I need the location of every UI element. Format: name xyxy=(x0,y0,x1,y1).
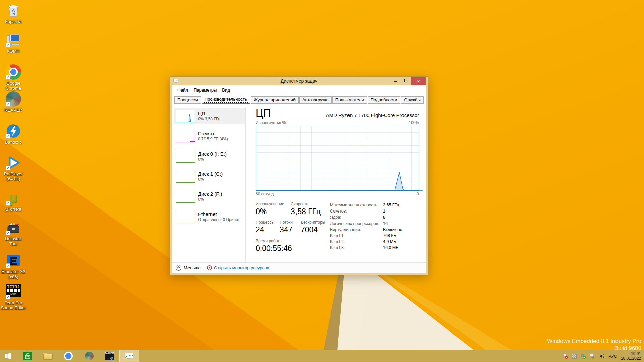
menu-file[interactable]: Файл xyxy=(175,86,191,94)
handles-value: 7004 xyxy=(301,225,330,234)
sidebar-item-title: Диск 1 (C:) xyxy=(198,171,223,177)
gear-icon xyxy=(110,357,113,360)
detail-label: Кэш L2: xyxy=(330,239,383,245)
sidebar-item-cpu[interactable]: ЦП 0% 3,58 ГГц xyxy=(174,108,245,124)
detail-label: Максимальная скорость: xyxy=(330,202,383,208)
tab-app-history[interactable]: Журнал приложений xyxy=(251,96,299,104)
less-label: еньше xyxy=(187,265,201,270)
detail-label: Ядра: xyxy=(330,214,383,220)
computer-icon xyxy=(6,32,21,48)
detail-value: Включено xyxy=(383,227,419,233)
desktop-icon-potplayer[interactable]: PotPlayer (64-bit) xyxy=(1,155,26,181)
desktop-icon-emulator-x3[interactable]: Emulator X3 (x86) xyxy=(1,253,26,279)
recycle-bin-icon xyxy=(6,3,21,18)
desktop-icon-label: Uninstall Tool xyxy=(1,236,26,246)
ethernet-thumbnail xyxy=(176,210,195,223)
sidebar-item-title: Память xyxy=(198,131,228,137)
potplayer-icon xyxy=(6,155,21,170)
chrome-icon xyxy=(64,352,73,360)
taskbar-item-windows-store[interactable] xyxy=(19,350,36,362)
tab-processes[interactable]: Процессы xyxy=(174,96,201,104)
start-button[interactable] xyxy=(0,350,16,362)
taskbar-clock[interactable]: 19:01 28.01.2022 xyxy=(621,351,641,361)
usb-safe-remove-icon[interactable] xyxy=(580,353,586,359)
shortcut-arrow-icon xyxy=(6,201,10,206)
desktop-icon-label: Emulator X3 (x86) xyxy=(1,269,26,279)
chevron-up-icon xyxy=(176,265,181,271)
sidebar-item-disk2[interactable]: Диск 2 (F:) 0% xyxy=(174,188,245,205)
menu-options[interactable]: Параметры xyxy=(191,86,219,94)
detail-label: Логических процессоров: xyxy=(330,221,383,227)
taskbar-item-tascam[interactable]: TASCAM xyxy=(101,350,118,362)
sidebar-item-memory[interactable]: Память 0,7/15,9 ГБ (4%) xyxy=(174,128,245,144)
uptime-label: Время работы xyxy=(256,239,330,243)
desktop-icon-uninstall-tool[interactable]: Uninstall Tool xyxy=(1,220,26,246)
language-indicator[interactable]: РУС xyxy=(608,354,617,359)
os-watermark: Windows Embedded 8.1 Industry Pro Build … xyxy=(547,338,641,352)
desktop-icon-recycle-bin[interactable]: Корзина xyxy=(1,3,26,24)
desktop-icon-label: Корзина xyxy=(1,19,26,24)
window-titlebar[interactable]: Диспетчер задач xyxy=(172,77,426,85)
detail-value: 16 xyxy=(383,221,419,227)
windows-store-icon xyxy=(23,352,32,360)
sidebar-item-disk0[interactable]: Диск 0 (I: E:) 0% xyxy=(174,148,245,165)
tab-services[interactable]: Службы xyxy=(401,96,424,104)
file-explorer-icon xyxy=(43,353,52,359)
detail-value: 4,0 МБ xyxy=(383,239,419,245)
taskbar-item-chrome[interactable] xyxy=(60,350,77,362)
taskbar-item-task-manager-active[interactable] xyxy=(119,350,139,362)
menu-view[interactable]: Вид xyxy=(219,86,233,94)
detail-value: 16,0 МБ xyxy=(383,245,419,251)
desktop-icon-google-chrome[interactable]: Google Chrome xyxy=(1,64,26,91)
desktop-icon-utorrent[interactable]: µ µTorrent xyxy=(1,190,26,212)
detail-value: 1 xyxy=(383,208,419,214)
sidebar-item-sub: 0% 3,58 ГГц xyxy=(198,117,220,122)
reaper-icon xyxy=(85,352,94,360)
disk0-thumbnail xyxy=(176,150,195,163)
disk1-thumbnail xyxy=(176,170,195,183)
memory-thumbnail xyxy=(176,130,195,142)
detail-label: Кэш L1: xyxy=(330,233,383,239)
maximize-button[interactable] xyxy=(401,77,411,84)
cpu-stats-right: Максимальная скорость:3,65 ГГц Сокетов:1… xyxy=(330,202,419,253)
speed-value: 3,58 ГГц xyxy=(291,207,330,216)
desktop-icon-my-computer[interactable]: КОМП xyxy=(1,32,26,54)
sidebar-item-title: Ethernet xyxy=(198,211,240,217)
detail-label: Виртуализация: xyxy=(330,227,383,233)
graph-ymax: 100% xyxy=(409,120,419,125)
fewer-details-button[interactable]: Меньше xyxy=(176,265,201,271)
sidebar-item-ethernet[interactable]: Ethernet Отправлено: 0 Принят xyxy=(174,208,245,225)
tab-users[interactable]: Пользователи xyxy=(332,96,367,104)
desktop-icon-label: Tetra Pro Sound Editor xyxy=(1,300,26,310)
tab-strip: Процессы Производительность Журнал прило… xyxy=(172,95,426,104)
desktop-icon-label: REAPER xyxy=(1,108,26,113)
tetra-pro-icon: TETR4 Smith xyxy=(6,284,21,299)
minimize-button[interactable] xyxy=(391,77,401,84)
sidebar-item-sub: 0,7/15,9 ГБ (4%) xyxy=(198,137,228,142)
desktop-icon-label: КОМП xyxy=(1,49,26,54)
detail-value: 8 xyxy=(383,214,419,220)
volume-icon[interactable] xyxy=(599,353,605,359)
tab-startup[interactable]: Автозагрузка xyxy=(299,96,332,104)
shortcut-arrow-icon xyxy=(6,75,10,80)
tray-grid-tile-icon[interactable] xyxy=(572,354,577,359)
desktop-icon-bandizip[interactable]: Bandizip xyxy=(1,123,26,145)
close-button[interactable] xyxy=(411,77,426,85)
taskbar-item-file-explorer[interactable] xyxy=(39,350,56,362)
sidebar-item-disk1[interactable]: Диск 1 (C:) 0% xyxy=(174,168,245,185)
shortcut-arrow-icon xyxy=(6,102,10,107)
desktop-icon-label: Google Chrome xyxy=(1,81,26,91)
desktop-icon-tetra-pro[interactable]: TETR4 Smith Tetra Pro Sound Editor xyxy=(1,283,26,310)
open-resource-monitor-link[interactable]: Открыть монитор ресурсов xyxy=(207,265,269,270)
desktop-icon-reaper[interactable]: REAPER xyxy=(1,91,26,113)
cpu-thumbnail xyxy=(176,110,195,122)
resource-monitor-label: Открыть монитор ресурсов xyxy=(214,265,269,270)
chrome-icon xyxy=(6,64,21,80)
status-bar: Меньше Открыть монитор ресурсов xyxy=(172,262,426,273)
taskbar-item-reaper[interactable] xyxy=(80,350,98,362)
tab-performance[interactable]: Производительность xyxy=(202,95,250,104)
tab-details[interactable]: Подробности xyxy=(368,96,400,104)
processor-name: AMD Ryzen 7 1700 Eight-Core Processor xyxy=(326,112,419,119)
action-center-flag-icon[interactable] xyxy=(562,353,568,359)
network-warning-icon[interactable] xyxy=(590,353,595,359)
